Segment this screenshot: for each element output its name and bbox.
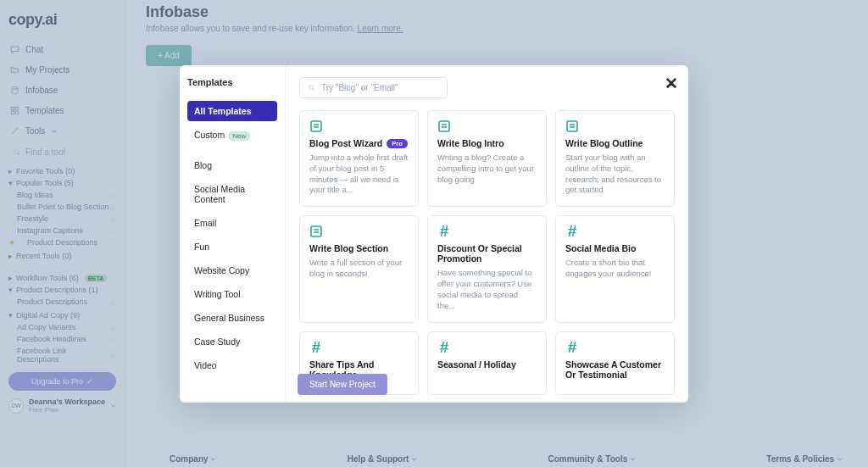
category-casestudy[interactable]: Case Study bbox=[187, 331, 277, 352]
doc-icon bbox=[309, 225, 323, 238]
hash-icon: # bbox=[309, 341, 323, 354]
category-blog[interactable]: Blog bbox=[187, 155, 277, 175]
templates-modal: ✕ Templates All Templates CustomNew Blog… bbox=[180, 65, 688, 403]
hash-icon: # bbox=[565, 225, 579, 238]
hash-icon: # bbox=[437, 341, 451, 354]
modal-overlay[interactable]: ✕ Templates All Templates CustomNew Blog… bbox=[0, 0, 868, 467]
doc-icon bbox=[437, 120, 451, 133]
template-card[interactable]: # Social Media Bio Create a short bio th… bbox=[555, 215, 675, 322]
start-project-button[interactable]: Start New Project bbox=[298, 374, 387, 395]
category-email[interactable]: Email bbox=[187, 213, 277, 233]
svg-rect-9 bbox=[567, 121, 577, 131]
category-video[interactable]: Video bbox=[187, 355, 277, 375]
hash-icon: # bbox=[437, 225, 451, 238]
template-card[interactable]: # Seasonal / Holiday bbox=[427, 331, 547, 395]
hash-icon: # bbox=[565, 341, 579, 354]
template-card[interactable]: Blog Post WizardPro Jump into a whole fi… bbox=[299, 110, 419, 207]
category-writing[interactable]: Writing Tool bbox=[187, 284, 277, 304]
doc-icon bbox=[565, 120, 579, 133]
template-search[interactable]: Try "Blog" or "Email" bbox=[299, 77, 448, 98]
template-card[interactable]: # Showcase A Customer Or Testimonial bbox=[555, 331, 675, 395]
category-business[interactable]: General Business bbox=[187, 308, 277, 328]
category-website[interactable]: Website Copy bbox=[187, 260, 277, 281]
category-fun[interactable]: Fun bbox=[187, 236, 277, 257]
modal-title: Templates bbox=[187, 77, 277, 87]
svg-point-6 bbox=[309, 85, 314, 89]
svg-rect-8 bbox=[439, 121, 449, 131]
svg-rect-10 bbox=[311, 226, 321, 236]
doc-icon bbox=[309, 120, 323, 133]
template-card[interactable]: Write Blog Outline Start your blog with … bbox=[555, 110, 675, 207]
category-custom[interactable]: CustomNew bbox=[187, 125, 277, 145]
search-icon bbox=[308, 84, 316, 92]
template-card[interactable]: Write Blog Section Write a full section … bbox=[299, 215, 419, 322]
category-all[interactable]: All Templates bbox=[187, 101, 277, 121]
category-social[interactable]: Social Media Content bbox=[187, 179, 277, 209]
modal-sidebar: Templates All Templates CustomNew Blog S… bbox=[180, 65, 286, 403]
modal-main: Try "Blog" or "Email" Blog Post WizardPr… bbox=[286, 65, 688, 403]
template-card[interactable]: Write Blog Intro Writing a blog? Create … bbox=[427, 110, 547, 207]
svg-rect-7 bbox=[311, 121, 321, 131]
template-card[interactable]: # Discount Or Special Promotion Have som… bbox=[427, 215, 547, 322]
template-grid: Blog Post WizardPro Jump into a whole fi… bbox=[299, 110, 675, 395]
